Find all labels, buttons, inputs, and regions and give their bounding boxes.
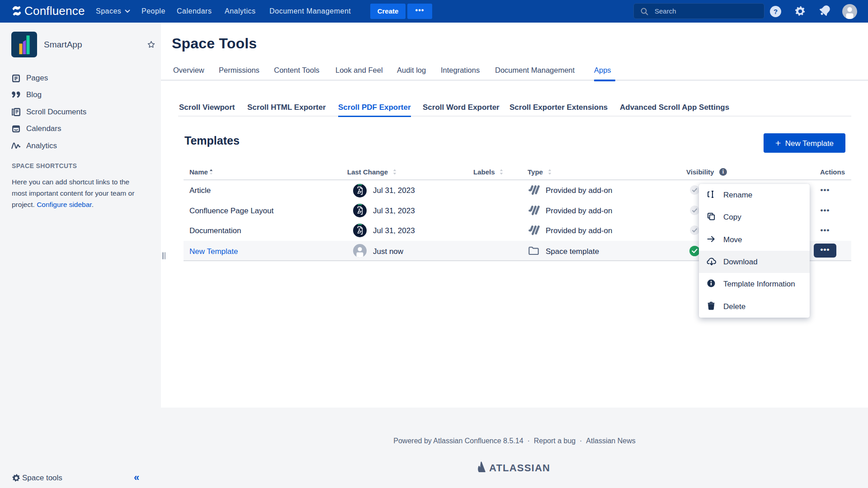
svg-text:ATLASSIAN: ATLASSIAN bbox=[489, 462, 550, 474]
